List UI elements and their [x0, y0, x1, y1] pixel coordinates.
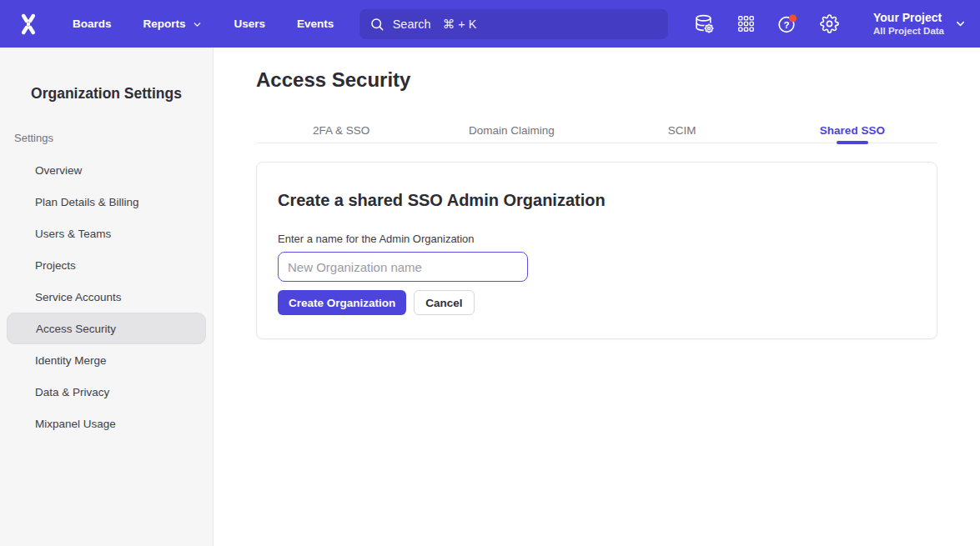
main-content: Access Security 2FA & SSO Domain Claimin…	[214, 48, 980, 546]
chevron-down-icon	[954, 18, 967, 30]
settings-button[interactable]	[818, 13, 840, 35]
sidebar-item-projects[interactable]: Projects	[7, 249, 206, 281]
create-sso-org-card: Create a shared SSO Admin Organization E…	[256, 162, 937, 339]
chevron-down-icon	[192, 19, 203, 30]
nav-link-users[interactable]: Users	[234, 18, 266, 30]
tab-label: Shared SSO	[820, 124, 885, 137]
sidebar-item-overview[interactable]: Overview	[7, 154, 206, 186]
org-name-input[interactable]	[278, 252, 528, 282]
tab-2fa-sso[interactable]: 2FA & SSO	[256, 118, 426, 143]
mixpanel-logo-icon[interactable]	[15, 11, 42, 38]
project-name: Your Project	[873, 10, 942, 25]
nav-links: Boards Reports Users Events	[73, 18, 334, 30]
search-placeholder: Search	[393, 18, 431, 31]
nav-link-label: Boards	[73, 18, 112, 30]
page-title: Access Security	[256, 70, 937, 90]
sidebar: Organization Settings Settings Overview …	[0, 48, 214, 546]
settings-gear-icon	[820, 14, 839, 33]
cancel-button[interactable]: Cancel	[414, 290, 474, 315]
help-button[interactable]: ?	[776, 13, 798, 35]
project-subtitle: All Project Data	[873, 25, 944, 38]
sidebar-item-identity-merge[interactable]: Identity Merge	[7, 344, 206, 376]
nav-link-label: Reports	[143, 18, 186, 30]
sidebar-item-data-privacy[interactable]: Data & Privacy	[7, 376, 206, 408]
notification-dot	[789, 14, 797, 22]
sidebar-title: Organization Settings	[0, 83, 213, 104]
help-icon: ?	[776, 13, 798, 35]
search-icon	[369, 17, 384, 32]
project-text: Your Project All Project Data	[873, 10, 944, 38]
active-tab-underline	[837, 141, 868, 144]
card-title: Create a shared SSO Admin Organization	[278, 189, 916, 211]
sidebar-item-access-security[interactable]: Access Security	[7, 313, 206, 344]
tab-shared-sso[interactable]: Shared SSO	[767, 118, 937, 143]
svg-text:?: ?	[783, 19, 789, 29]
sidebar-item-service-accounts[interactable]: Service Accounts	[7, 281, 206, 313]
sidebar-section-label: Settings	[14, 132, 213, 145]
tab-scim[interactable]: SCIM	[597, 118, 767, 143]
org-name-label: Enter a name for the Admin Organization	[278, 233, 916, 246]
nav-link-boards[interactable]: Boards	[73, 18, 112, 30]
nav-link-label: Events	[297, 18, 334, 30]
sidebar-item-plan-details-billing[interactable]: Plan Details & Billing	[7, 186, 206, 218]
tab-bar: 2FA & SSO Domain Claiming SCIM Shared SS…	[256, 118, 937, 143]
nav-link-events[interactable]: Events	[297, 18, 334, 30]
data-management-button[interactable]	[693, 13, 715, 35]
project-switcher[interactable]: Your Project All Project Data	[873, 10, 967, 38]
tab-domain-claiming[interactable]: Domain Claiming	[426, 118, 596, 143]
create-organization-button[interactable]: Create Organization	[278, 290, 406, 315]
apps-grid-button[interactable]	[735, 13, 756, 35]
button-row: Create Organization Cancel	[278, 290, 916, 315]
nav-link-reports[interactable]: Reports	[143, 18, 203, 30]
search-shortcut: ⌘ + K	[443, 18, 477, 31]
nav-link-label: Users	[234, 18, 266, 30]
sidebar-item-mixpanel-usage[interactable]: Mixpanel Usage	[7, 408, 206, 439]
sidebar-item-users-teams[interactable]: Users & Teams	[7, 218, 206, 249]
search-input[interactable]: Search ⌘ + K	[359, 9, 668, 39]
apps-grid-icon	[736, 14, 756, 33]
top-nav: Boards Reports Users Events Search ⌘ + K	[0, 0, 980, 48]
nav-right-icons: ? Your Project All Project Data	[693, 10, 967, 38]
data-management-icon	[694, 13, 715, 34]
